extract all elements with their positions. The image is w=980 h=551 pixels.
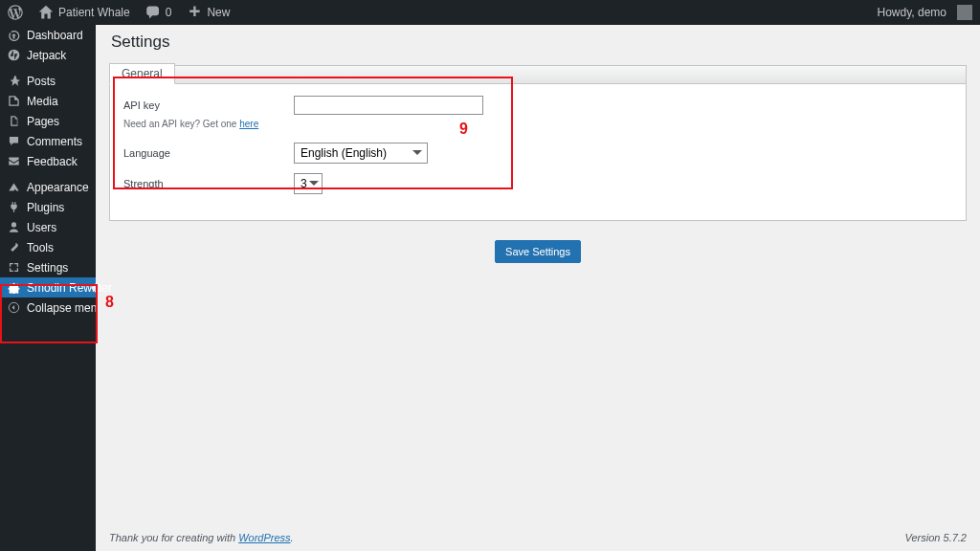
comment-icon [8,135,20,147]
users-icon [8,221,20,233]
sidebar-item-media[interactable]: Media [0,91,96,111]
plus-icon [187,5,202,20]
admin-footer: Thank you for creating with WordPress. V… [96,526,980,551]
sidebar-item-label: Posts [27,75,56,88]
comments-count: 0 [166,6,172,19]
page-title: Settings [111,33,967,52]
my-account-menu[interactable]: Howdy, demo [870,0,980,25]
sidebar-item-label: Pages [27,115,59,128]
sidebar-item-comments[interactable]: Comments [0,131,96,151]
jetpack-icon [8,49,20,61]
sidebar-item-dashboard[interactable]: Dashboard [0,25,96,45]
strength-label: Strength [123,178,294,189]
admin-sidebar: Dashboard Jetpack Posts Media Pages Comm… [0,25,96,551]
api-key-label: API key [123,99,294,111]
api-key-hint: Need an API key? Get one here [123,119,952,129]
sidebar-item-smodin-rewriter[interactable]: Smodin Rewriter [0,277,96,298]
feedback-icon [8,155,20,167]
admin-toolbar: Patient Whale 0 New Howdy, demo [0,0,980,25]
tab-strip-bg [175,65,967,84]
comments-menu[interactable]: 0 [138,0,180,25]
save-settings-button[interactable]: Save Settings [495,240,581,263]
home-icon [38,5,54,20]
settings-card: API key Need an API key? Get one here La… [109,84,967,221]
new-content-menu[interactable]: New [179,0,237,25]
site-name-menu[interactable]: Patient Whale [31,0,138,25]
settings-icon [8,261,20,274]
sidebar-item-jetpack[interactable]: Jetpack [0,45,96,65]
callout-num-9: 9 [459,121,468,138]
sidebar-item-settings[interactable]: Settings [0,257,96,277]
footer-thanks-prefix: Thank you for creating with [109,532,238,543]
wp-logo-menu[interactable] [0,0,31,25]
media-icon [8,95,20,107]
sidebar-item-posts[interactable]: Posts [0,71,96,91]
tab-wrapper: General [109,63,967,84]
sidebar-item-collapse[interactable]: Collapse menu [0,298,96,318]
sidebar-item-label: Media [27,95,58,108]
sidebar-item-plugins[interactable]: Plugins [0,197,96,217]
sidebar-item-label: Jetpack [27,49,66,62]
sidebar-item-appearance[interactable]: Appearance [0,177,96,197]
sidebar-item-label: Comments [27,135,82,148]
strength-select[interactable]: 3 [294,173,323,194]
site-name-label: Patient Whale [58,6,130,19]
language-label: Language [123,147,294,159]
avatar [957,5,972,20]
footer-version: Version 5.7.2 [905,532,967,543]
api-key-hint-link[interactable]: here [239,119,258,129]
wordpress-icon [8,5,23,20]
tools-icon [8,241,20,253]
new-content-label: New [207,6,230,19]
footer-wp-link[interactable]: WordPress [238,532,290,543]
pin-icon [8,75,20,87]
collapse-icon [8,301,20,314]
sidebar-item-label: Plugins [27,201,64,214]
sidebar-item-label: Feedback [27,155,78,168]
gear-icon [8,281,20,294]
appearance-icon [8,181,20,193]
sidebar-item-label: Appearance [27,181,89,194]
sidebar-item-users[interactable]: Users [0,217,96,237]
sidebar-item-label: Settings [27,261,68,275]
sidebar-item-tools[interactable]: Tools [0,237,96,257]
sidebar-item-label: Dashboard [27,29,83,42]
main-content-area: Settings General API key Need an API key… [96,25,980,551]
sidebar-item-pages[interactable]: Pages [0,111,96,131]
sidebar-item-label: Smodin Rewriter [27,281,112,295]
pages-icon [8,115,20,127]
footer-thanks-suffix: . [291,532,294,543]
callout-num-8: 8 [105,294,114,311]
sidebar-item-label: Tools [27,241,54,254]
language-select[interactable]: English (English) [294,143,428,164]
comment-icon [145,5,161,20]
svg-point-0 [9,50,20,61]
dashboard-icon [8,29,20,41]
sidebar-item-feedback[interactable]: Feedback [0,151,96,171]
sidebar-item-label: Collapse menu [27,301,103,315]
howdy-label: Howdy, demo [878,6,947,19]
api-key-input[interactable] [294,96,483,115]
sidebar-item-label: Users [27,221,56,234]
plugin-icon [8,201,20,213]
tab-general[interactable]: General [109,63,175,84]
